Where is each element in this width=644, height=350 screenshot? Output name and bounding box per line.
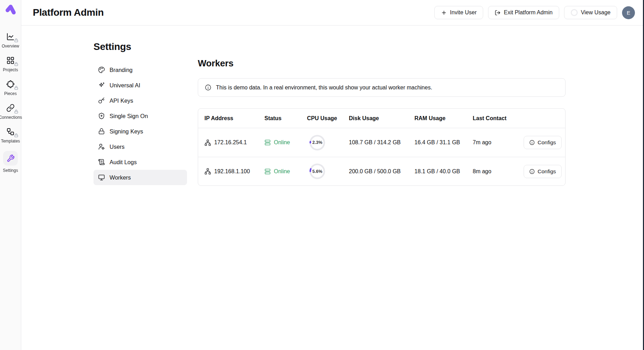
page-title: Platform Admin [33,7,104,18]
column-header-status: Status [264,115,307,122]
sidebar-item-settings[interactable]: Settings [0,151,21,173]
network-icon [204,139,211,146]
settings-nav-workers[interactable]: Workers [93,170,187,185]
status-cell: Online [264,168,307,175]
lock-badge-icon [14,133,18,138]
app-sidebar: Overview Projects Pieces Connections [0,0,21,350]
table-row: 172.16.254.1 Online 2.3% [198,128,565,157]
sidebar-item-label: Projects [3,67,18,72]
settings-nav-audit-logs[interactable]: Audit Logs [93,154,187,170]
activepieces-logo-icon[interactable] [3,3,18,17]
link-icon [6,103,15,112]
chart-line-icon [6,32,15,41]
info-icon [529,169,535,174]
configs-button[interactable]: Configs [524,165,562,178]
invite-user-label: Invite User [450,9,477,16]
sidebar-item-label: Settings [3,168,18,173]
avatar-initial: E [627,10,630,16]
lock-icon [98,128,105,135]
invite-user-button[interactable]: Invite User [434,6,483,19]
sidebar-item-label: Pieces [4,91,17,96]
usage-ring-icon [571,9,578,16]
workers-section: Workers This is demo data. In a real env… [198,41,566,186]
shield-plus-icon [98,112,105,119]
sidebar-item-templates[interactable]: Templates [0,127,21,144]
exit-platform-admin-button[interactable]: Exit Platform Admin [488,6,559,19]
header-actions: Invite User Exit Platform Admin View Usa… [434,6,635,19]
cpu-usage-value: 2.3% [309,134,325,151]
workers-title: Workers [198,58,566,69]
settings-nav-label: Branding [110,67,133,73]
workflow-icon [6,127,15,136]
view-usage-label: View Usage [581,9,611,16]
settings-nav-label: Single Sign On [110,113,148,119]
sidebar-item-overview[interactable]: Overview [0,32,21,49]
view-usage-button[interactable]: View Usage [564,6,617,19]
sidebar-item-pieces[interactable]: Pieces [0,80,21,96]
settings-page: Settings Branding Universal AI API Keys … [21,25,644,186]
ip-cell: 192.168.1.100 [204,168,264,175]
ip-address: 172.16.254.1 [214,139,247,146]
status-badge: Online [274,139,290,146]
plus-icon [441,10,447,16]
last-contact: 8m ago [473,168,524,175]
column-header-ip: IP Address [204,115,264,122]
status-cell: Online [264,139,307,146]
settings-nav-signing-keys[interactable]: Signing Keys [93,124,187,139]
server-icon [264,139,271,146]
key-icon [98,97,105,104]
column-header-ram: RAM Usage [414,115,473,122]
sidebar-item-connections[interactable]: Connections [0,103,21,120]
settings-nav-label: Workers [110,174,131,181]
cpu-cell: 5.6% [307,163,349,180]
demo-data-notice-text: This is demo data. In a real environment… [216,85,432,91]
column-header-cpu: CPU Usage [307,115,349,122]
info-icon [529,140,535,145]
sparkles-icon [98,82,105,89]
settings-nav-label: Users [110,144,125,150]
lock-badge-icon [14,62,18,66]
cpu-usage-ring: 5.6% [309,163,325,180]
user-gear-icon [98,143,105,150]
settings-nav-single-sign-on[interactable]: Single Sign On [93,108,187,124]
puzzle-icon [6,80,15,89]
actions-cell: Configs [524,136,562,149]
network-icon [204,168,211,175]
server-icon [264,168,271,175]
settings-nav: Branding Universal AI API Keys Single Si… [93,62,187,185]
configs-label: Configs [538,168,556,175]
settings-nav-universal-ai[interactable]: Universal AI [93,78,187,93]
settings-nav-label: API Keys [110,97,133,104]
exit-platform-admin-label: Exit Platform Admin [504,9,553,16]
status-badge: Online [274,168,290,175]
last-contact: 7m ago [473,139,524,146]
settings-nav-label: Audit Logs [110,159,137,166]
ip-cell: 172.16.254.1 [204,139,264,146]
configs-button[interactable]: Configs [524,136,562,149]
sidebar-item-label: Connections [0,115,22,120]
ram-usage: 18.1 GB / 40.0 GB [414,168,473,175]
info-icon [205,84,211,91]
table-header-row: IP Address Status CPU Usage Disk Usage R… [198,109,565,128]
sidebar-nav: Overview Projects Pieces Connections [0,32,21,173]
sidebar-item-projects[interactable]: Projects [0,56,21,72]
avatar[interactable]: E [622,6,635,19]
settings-nav-users[interactable]: Users [93,139,187,154]
scroll-icon [98,159,105,166]
settings-nav-branding[interactable]: Branding [93,62,187,78]
settings-nav-api-keys[interactable]: API Keys [93,93,187,108]
cpu-cell: 2.3% [307,134,349,151]
palette-icon [98,66,105,73]
column-header-disk: Disk Usage [349,115,414,122]
ram-usage: 16.4 GB / 31.1 GB [414,139,473,146]
logout-icon [495,10,501,16]
lock-badge-icon [14,86,18,90]
cpu-usage-value: 5.6% [309,163,325,180]
settings-title: Settings [93,41,187,52]
cpu-usage-ring: 2.3% [309,134,325,151]
sidebar-item-label: Overview [2,44,19,49]
main-area: Platform Admin Invite User Exit Platform… [21,0,644,350]
grid-icon [6,56,15,65]
app-header: Platform Admin Invite User Exit Platform… [21,0,644,25]
settings-nav-label: Universal AI [110,82,140,89]
